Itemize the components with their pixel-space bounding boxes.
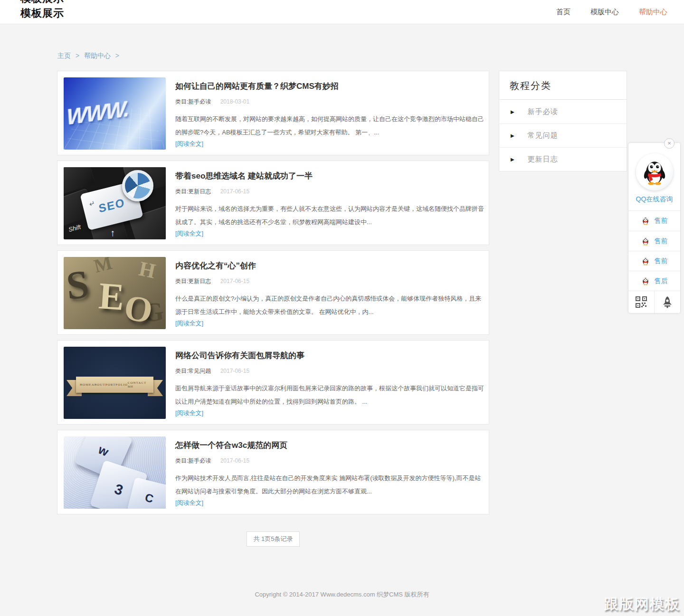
sidebar-item-changelog[interactable]: ▶ 更新日志 [499,147,627,171]
article-card: HOME ABOUT PORTFOLIO CONTACT ME 网络公司告诉你有… [57,340,489,425]
category-prefix: 类目: [175,188,188,195]
ribbon-banner: HOME ABOUT PORTFOLIO CONTACT ME [76,377,153,393]
qq-contact-presale-1[interactable]: 售前 [628,211,680,231]
watermark-text: 跟版网模板 [604,595,680,614]
article-title[interactable]: 怎样做一个符合w3c规范的网页 [175,440,486,451]
article-date: 2017-06-15 [220,188,249,195]
tutorial-category-panel: 教程分类 ▶ 新手必读 ▶ 常见问题 ▶ 更新日志 [499,71,627,171]
sidebar-item-label: 常见问题 [528,131,558,140]
qq-widget-title: QQ在线咨询 [628,195,680,211]
breadcrumb-home[interactable]: 主页 [57,52,71,59]
article-title[interactable]: 内容优化之有“心”创作 [175,260,486,271]
article-title[interactable]: 网络公司告诉你有关面包屑导航的事 [175,350,486,361]
thumbnail-www-text: WWW. [67,96,129,131]
enter-arrow-icon: ↵ [88,199,96,208]
qq-penguin-logo-icon [636,153,673,190]
read-more-link[interactable]: [阅读全文] [175,319,203,328]
key-letter: C [143,491,155,505]
qq-penguin-icon [641,237,650,246]
article-body: 怎样做一个符合w3c规范的网页 类目:新手必读 2017-06-15 作为网站技… [166,436,491,508]
breadcrumb: 主页 > 帮助中心 > [57,52,684,60]
ribbon-menu-item: CONTACT ME [128,381,150,389]
article-date: 2017-06-15 [220,368,249,374]
article-thumbnail-seo-wood[interactable]: H G M S E O [64,257,166,329]
category-link[interactable]: 新手必读 [188,98,211,105]
article-meta: 类目:新手必读 2017-06-15 [175,457,486,465]
qq-contact-presale-3[interactable]: 售前 [628,251,680,271]
triangle-icon: ▶ [511,157,514,162]
article-meta: 类目:更新日志 2017-06-15 [175,188,486,196]
article-title[interactable]: 带着seo思维选域名 建站就成功了一半 [175,171,486,181]
qq-contact-label: 售前 [655,217,668,225]
rocket-button[interactable] [654,291,680,313]
close-icon[interactable]: × [664,138,674,149]
article-card: WWW. 如何让自己的网站更有质量？织梦CMS有妙招 类目:新手必读 2018-… [57,71,489,155]
category-link[interactable]: 常见问题 [188,368,211,374]
category-link[interactable]: 新手必读 [188,457,211,464]
article-meta: 类目:常见问题 2017-06-15 [175,367,486,375]
site-logo[interactable]: 模板展示 [20,6,64,20]
article-title[interactable]: 如何让自己的网站更有质量？织梦CMS有妙招 [175,81,486,92]
article-thumbnail-w3c[interactable]: w 3 C [64,436,166,509]
category-link[interactable]: 更新日志 [188,278,211,284]
sidebar-item-label: 新手必读 [528,107,558,116]
article-date: 2017-06-15 [220,278,249,284]
footer: Copyright © 2014-2017 Www.dedecms.com 织梦… [0,590,684,599]
triangle-icon: ▶ [511,133,514,138]
sidebar-item-label: 更新日志 [528,155,558,164]
article-meta: 类目:更新日志 2017-06-15 [175,277,486,285]
article-excerpt: 作为网站技术开发人员而言,往往是站在自己的开发角度来实 施网站布署(读取数据及开… [175,472,486,498]
article-excerpt: 随着互联网的不断发展，对网站的要求越来越高，如何提高网站的质量，让自己在这个竞争… [175,113,486,139]
sidebar-item-beginner[interactable]: ▶ 新手必读 [499,100,627,123]
key-letter: 3 [113,481,125,498]
article-body: 网络公司告诉你有关面包屑导航的事 类目:常见问题 2017-06-15 面包屑导… [166,347,491,418]
qr-code-button[interactable] [628,291,654,313]
article-body: 如何让自己的网站更有质量？织梦CMS有妙招 类目:新手必读 2018-03-01… [166,77,491,149]
article-card: w 3 C 怎样做一个符合w3c规范的网页 类目:新手必读 2017-06-15… [57,430,489,514]
article-body: 带着seo思维选域名 建站就成功了一半 类目:更新日志 2017-06-15 对… [166,167,491,238]
qq-widget-footer [628,291,680,313]
article-thumbnail-ribbon[interactable]: HOME ABOUT PORTFOLIO CONTACT ME [64,347,166,419]
qq-contact-aftersale[interactable]: 售后 [628,271,680,291]
read-more-link[interactable]: [阅读全文] [175,499,203,507]
article-excerpt: 什么是真正的原创文?小编认为，真正的原创文是作者自己内心的真切感悟或体会，能够体… [175,292,486,319]
qq-penguin-icon [641,257,650,265]
article-thumbnail-www[interactable]: WWW. [64,77,166,150]
sidebar-title: 教程分类 [499,71,627,100]
thumbnail-shift-text: Shift [68,223,82,233]
qq-penguin-icon [641,217,650,225]
ribbon-menu-item: ABOUT [92,383,105,387]
sidebar-item-faq[interactable]: ▶ 常见问题 [499,123,627,147]
triangle-icon: ▶ [511,109,514,114]
main-nav: 首页 模版中心 帮助中心 [536,0,667,24]
breadcrumb-separator: > [115,52,119,59]
content-wrap: WWW. 如何让自己的网站更有质量？织梦CMS有妙招 类目:新手必读 2018-… [57,71,627,520]
qr-code-icon [636,296,647,308]
category-prefix: 类目: [175,278,188,284]
article-meta: 类目:新手必读 2018-03-01 [175,98,486,106]
ribbon-menu-item: HOME [80,383,92,387]
qq-contact-label: 售后 [655,277,668,285]
category-prefix: 类目: [175,98,188,105]
site-header: 模板展示 模板展示 首页 模版中心 帮助中心 [0,0,684,24]
qq-logo-wrap [628,143,680,195]
article-thumbnail-seo-key[interactable]: Shift ↵ SEO ↑ [64,167,166,239]
read-more-link[interactable]: [阅读全文] [175,140,203,148]
category-prefix: 类目: [175,457,188,464]
page-record-summary: 共 1页5条记录 [247,531,299,547]
key-letter: w [96,442,111,460]
category-link[interactable]: 更新日志 [188,188,211,195]
article-list: WWW. 如何让自己的网站更有质量？织梦CMS有妙招 类目:新手必读 2018-… [57,71,489,520]
thumbnail-bg-letter: H [137,257,158,284]
copyright-text: Copyright © 2014-2017 Www.dedecms.com 织梦… [255,591,429,598]
up-arrow-icon: ↑ [110,227,115,238]
nav-item-home[interactable]: 首页 [556,8,570,17]
qq-contact-presale-2[interactable]: 售前 [628,231,680,251]
nav-item-template-center[interactable]: 模版中心 [590,8,619,17]
article-excerpt: 面包屑导航来源于童话故事中的汉塞尔利用面包屑来记录回家的路的故事，根据这个故事我… [175,382,486,408]
nav-item-help-center[interactable]: 帮助中心 [639,8,667,17]
read-more-link[interactable]: [阅读全文] [175,409,203,417]
read-more-link[interactable]: [阅读全文] [175,229,203,238]
qq-contact-widget: × QQ在线咨询 售前 [628,142,681,313]
breadcrumb-section[interactable]: 帮助中心 [84,52,111,59]
